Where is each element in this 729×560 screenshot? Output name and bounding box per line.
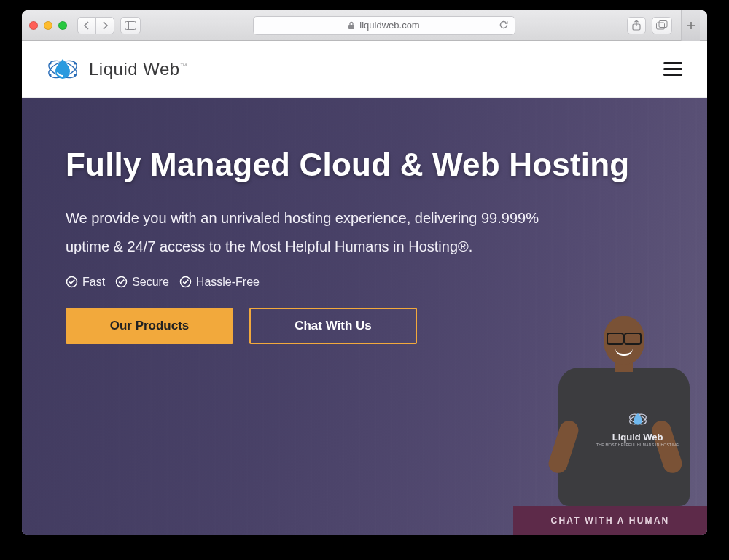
address-bar-wrap: liquidweb.com	[147, 16, 621, 35]
shirt-text-2: THE MOST HELPFUL HUMANS IN HOSTING	[596, 443, 679, 447]
share-button[interactable]	[627, 17, 646, 34]
badge-secure: Secure	[115, 276, 169, 289]
brand-tm: ™	[180, 62, 188, 70]
page: Liquid Web™ Fully Managed Cloud & Web Ho…	[22, 41, 707, 535]
hero-person-image: Liquid Web THE MOST HELPFUL HUMANS IN HO…	[534, 311, 694, 515]
lock-icon	[348, 21, 355, 30]
hero-heading: Fully Managed Cloud & Web Hosting	[66, 146, 663, 184]
badge-label: Fast	[82, 276, 105, 289]
new-tab-button[interactable]	[681, 10, 700, 41]
badge-label: Hassle-Free	[196, 276, 260, 289]
hero-subheading: We provide you with an unrivaled hosting…	[66, 204, 576, 261]
svg-rect-4	[657, 23, 665, 29]
check-circle-icon	[66, 276, 78, 288]
chevron-right-icon	[101, 21, 109, 30]
toolbar-right	[627, 17, 672, 34]
badge-label: Secure	[132, 276, 169, 289]
svg-point-11	[74, 74, 76, 76]
hero: Fully Managed Cloud & Web Hosting We pro…	[22, 98, 707, 535]
shirt-logo-icon	[628, 410, 647, 429]
chat-with-human-button[interactable]: CHAT WITH A HUMAN	[513, 506, 707, 535]
hero-badges: Fast Secure Hassle-Free	[66, 276, 663, 289]
shirt-text-1: Liquid Web	[596, 432, 679, 443]
window-controls	[29, 21, 67, 30]
forward-button[interactable]	[95, 17, 114, 34]
window-minimize-icon[interactable]	[44, 21, 52, 30]
our-products-button[interactable]: Our Products	[66, 308, 233, 344]
plus-icon	[687, 21, 695, 30]
brand-name: Liquid Web™	[89, 59, 187, 79]
check-circle-icon	[115, 276, 128, 288]
sidebar-button[interactable]	[120, 17, 141, 34]
svg-rect-0	[125, 21, 136, 29]
safari-window: liquidweb.com	[22, 10, 707, 535]
reload-button[interactable]	[499, 20, 509, 32]
tabs-icon	[656, 20, 668, 30]
brand-name-text: Liquid Web	[89, 59, 180, 79]
shirt-logo: Liquid Web THE MOST HELPFUL HUMANS IN HO…	[596, 410, 679, 447]
tabs-button[interactable]	[652, 17, 672, 34]
svg-rect-5	[659, 21, 667, 28]
chevron-left-icon	[83, 21, 90, 30]
reload-icon	[499, 20, 509, 30]
svg-rect-2	[348, 25, 354, 29]
hamburger-icon	[663, 62, 682, 64]
svg-point-9	[74, 62, 76, 64]
address-bar[interactable]: liquidweb.com	[253, 16, 515, 35]
browser-toolbar: liquidweb.com	[22, 10, 707, 41]
window-close-icon[interactable]	[29, 21, 38, 30]
badge-fast: Fast	[66, 276, 105, 289]
sidebar-icon	[125, 21, 136, 30]
back-button[interactable]	[77, 17, 96, 34]
site-header: Liquid Web™	[22, 41, 707, 98]
brand[interactable]: Liquid Web™	[47, 53, 187, 85]
check-circle-icon	[179, 276, 192, 288]
svg-point-10	[49, 74, 51, 76]
chat-bar-label: CHAT WITH A HUMAN	[551, 516, 670, 526]
menu-button[interactable]	[663, 62, 682, 76]
svg-point-8	[49, 62, 51, 64]
brand-logo-icon	[47, 53, 79, 85]
window-zoom-icon[interactable]	[58, 21, 67, 30]
share-icon	[631, 20, 642, 31]
badge-hassle-free: Hassle-Free	[179, 276, 260, 289]
nav-back-forward	[77, 17, 114, 34]
chat-with-us-button[interactable]: Chat With Us	[249, 308, 417, 344]
address-text: liquidweb.com	[359, 20, 419, 31]
